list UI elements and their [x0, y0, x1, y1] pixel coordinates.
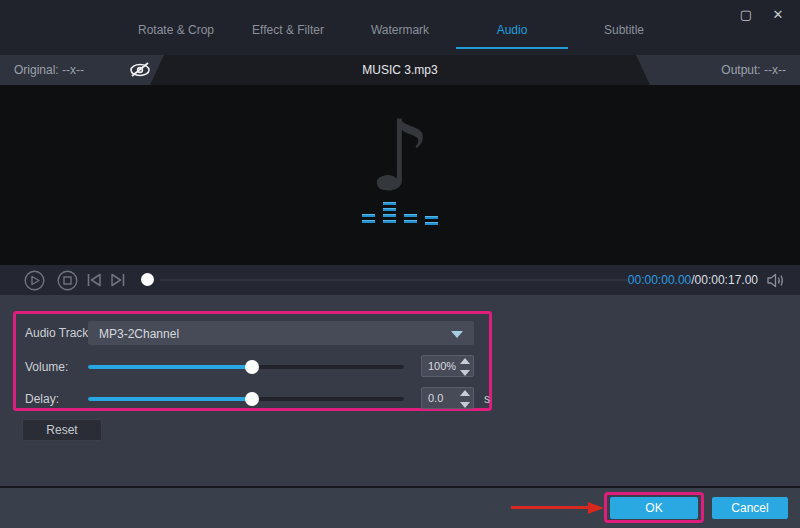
delay-label: Delay:	[25, 392, 59, 406]
volume-value: 100%	[428, 360, 456, 372]
tab-watermark[interactable]: Watermark	[344, 23, 456, 49]
cancel-button[interactable]: Cancel	[712, 497, 788, 519]
tab-audio[interactable]: Audio	[456, 23, 568, 49]
delay-spinbox[interactable]: 0.0	[421, 387, 474, 409]
output-resolution-segment: Output: --x--	[636, 55, 800, 85]
tab-rotate-crop[interactable]: Rotate & Crop	[120, 23, 232, 49]
total-time: 00:00:17.00	[695, 273, 758, 287]
ok-button-highlight: OK	[604, 492, 704, 523]
output-resolution-label: Output: --x--	[721, 63, 786, 77]
preview-visibility-eye-icon[interactable]	[128, 60, 152, 80]
preview-area: ♪	[0, 85, 800, 265]
delay-unit-label: s	[484, 392, 490, 406]
original-resolution-segment: Original: --x--	[0, 55, 164, 85]
equalizer-icon	[362, 197, 438, 223]
audio-track-dropdown[interactable]: MP3-2Channel	[88, 321, 474, 345]
delay-slider[interactable]	[88, 388, 404, 410]
seek-handle[interactable]	[141, 273, 154, 286]
delay-slider-handle[interactable]	[245, 392, 259, 406]
volume-spinbox[interactable]: 100%	[421, 355, 474, 377]
delay-value: 0.0	[428, 392, 443, 404]
maximize-button[interactable]: ▢	[738, 7, 754, 23]
volume-label: Volume:	[25, 360, 68, 374]
highlighted-settings-group: Audio Track: MP3-2Channel Volume: 100%	[13, 311, 492, 411]
tab-strip: Rotate & Crop Effect & Filter Watermark …	[0, 23, 800, 49]
footer-bar: OK Cancel	[0, 488, 800, 528]
tab-subtitle[interactable]: Subtitle	[568, 23, 680, 49]
window-controls: ▢ ✕	[738, 7, 786, 23]
spin-down-icon[interactable]	[460, 402, 470, 408]
delay-row: Delay: 0.0 s	[25, 387, 480, 411]
play-button[interactable]	[24, 270, 45, 291]
audio-track-value: MP3-2Channel	[99, 327, 179, 341]
audio-edit-dialog: { "window_controls": { "maximize_glyph":…	[0, 0, 800, 528]
original-resolution-label: Original: --x--	[14, 63, 84, 77]
ok-button[interactable]: OK	[610, 497, 698, 519]
music-note-icon: ♪	[369, 107, 432, 205]
previous-frame-button[interactable]	[86, 272, 103, 288]
current-time: 00:00:00.00	[628, 273, 691, 287]
player-bar: 00:00:00.00/00:00:17.00	[0, 265, 800, 295]
audio-settings-panel: Audio Track: MP3-2Channel Volume: 100%	[0, 295, 800, 488]
spin-up-icon[interactable]	[460, 390, 470, 396]
seek-bar[interactable]	[160, 279, 628, 281]
chevron-down-icon	[451, 331, 463, 338]
top-tab-bar: Rotate & Crop Effect & Filter Watermark …	[0, 0, 800, 55]
next-frame-button[interactable]	[109, 272, 126, 288]
volume-row: Volume: 100%	[25, 355, 480, 379]
red-pointer-arrow-icon	[511, 504, 604, 512]
volume-slider-handle[interactable]	[245, 360, 259, 374]
time-display: 00:00:00.00/00:00:17.00	[628, 273, 758, 287]
spin-up-icon[interactable]	[460, 358, 470, 364]
close-button[interactable]: ✕	[770, 7, 786, 23]
spin-down-icon[interactable]	[460, 370, 470, 376]
audio-track-row: Audio Track: MP3-2Channel	[25, 321, 480, 345]
volume-slider[interactable]	[88, 356, 404, 378]
volume-speaker-icon[interactable]	[766, 272, 786, 289]
reset-button[interactable]: Reset	[22, 419, 102, 441]
audio-track-label: Audio Track:	[25, 326, 92, 340]
tab-effect-filter[interactable]: Effect & Filter	[232, 23, 344, 49]
file-info-bar: MUSIC 3.mp3 Original: --x-- Output: --x-…	[0, 55, 800, 85]
stop-button[interactable]	[57, 270, 78, 291]
